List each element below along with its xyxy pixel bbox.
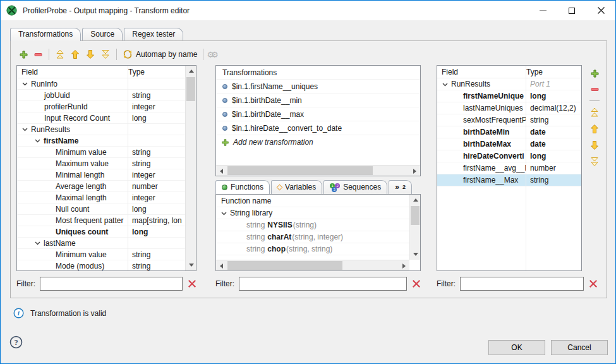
tree-row[interactable]: Average lengthnumber: [17, 181, 196, 192]
remove-field-button[interactable]: [31, 49, 45, 61]
move-down-button[interactable]: [83, 48, 98, 61]
tree-row[interactable]: Mode (modus)string: [17, 260, 196, 271]
tab-overflow-chevron[interactable]: »2: [389, 180, 412, 194]
tree-row[interactable]: lastName: [17, 238, 196, 249]
chevron-down-icon[interactable]: [21, 81, 29, 87]
tree-row[interactable]: Uniques countlong: [17, 226, 196, 238]
right-filter-input[interactable]: [460, 277, 584, 291]
chevron-down-icon[interactable]: [33, 138, 42, 143]
add-new-transformation[interactable]: Add new transformation: [216, 135, 420, 149]
tree-row[interactable]: jobUuidstring: [17, 90, 196, 101]
tree-row[interactable]: Maximal lengthinteger: [17, 192, 196, 203]
clear-filter-icon[interactable]: [412, 279, 421, 288]
move-bottom-button[interactable]: [98, 48, 113, 61]
tree-row[interactable]: RunInfo: [17, 78, 196, 90]
cancel-button[interactable]: Cancel: [551, 340, 608, 355]
function-item[interactable]: stringchop(string, string): [216, 243, 420, 255]
transformation-item[interactable]: $in.1.firstName__uniques: [216, 80, 420, 94]
add-new-transformation-label: Add new transformation: [233, 138, 313, 147]
scrollbar-thumb[interactable]: [186, 77, 195, 101]
scrollbar-thumb[interactable]: [227, 261, 342, 270]
scroll-up-button[interactable]: [186, 66, 196, 76]
tree-row[interactable]: birthDateMaxdate: [437, 138, 581, 150]
functions-panel: Function name String library stringNYSII…: [215, 194, 421, 271]
close-button[interactable]: [586, 1, 615, 20]
tab-transformations[interactable]: Transformations: [10, 28, 81, 41]
move-top-button[interactable]: [52, 48, 68, 61]
automap-by-name-button[interactable]: Automap by name: [120, 48, 200, 61]
minimize-button[interactable]: [528, 1, 557, 20]
automap-label: Automap by name: [136, 50, 197, 59]
move-up-button[interactable]: [68, 48, 83, 61]
scroll-right-button[interactable]: [409, 166, 420, 176]
move-bottom-button[interactable]: [587, 155, 602, 168]
move-top-button[interactable]: [587, 106, 602, 119]
left-triangle-icon: [220, 169, 223, 174]
tree-row[interactable]: RunResultsPort 1: [437, 78, 581, 90]
double-up-arrow-icon: [589, 107, 600, 118]
field-name: Maximum value: [17, 158, 128, 169]
tree-row[interactable]: Null countlong: [17, 203, 196, 215]
tab-functions[interactable]: Functions: [215, 180, 270, 194]
tree-row[interactable]: profilerRunIdinteger: [17, 101, 196, 112]
add-output-field-button[interactable]: [588, 68, 602, 80]
tree-row[interactable]: hireDateConvertilong: [437, 150, 581, 162]
chevron-down-icon[interactable]: [21, 126, 29, 132]
tree-row[interactable]: firstNameUniquelong: [437, 90, 581, 102]
function-item[interactable]: stringNYSIIS(string): [216, 219, 420, 231]
function-group-row[interactable]: String library: [216, 207, 420, 219]
scroll-down-button[interactable]: [410, 249, 421, 260]
scroll-up-button[interactable]: [410, 195, 421, 205]
clear-filter-icon[interactable]: [589, 279, 598, 288]
move-down-button[interactable]: [587, 139, 602, 152]
tab-source[interactable]: Source: [82, 28, 123, 40]
tree-row[interactable]: Minimum valuestring: [17, 249, 196, 260]
chevron-down-icon[interactable]: [220, 210, 228, 216]
scroll-right-button[interactable]: [399, 260, 409, 271]
close-icon: [598, 7, 605, 14]
tab-sequences[interactable]: 123 Sequences: [323, 180, 387, 194]
tree-row[interactable]: Maximum valuestring: [17, 158, 196, 169]
scroll-left-button[interactable]: [216, 166, 227, 176]
mapping-toolbar: Automap by name ⚙⚙: [16, 47, 220, 62]
tree-row[interactable]: firstName__avg__lenumber: [437, 162, 581, 174]
transformation-item[interactable]: $in.1.birthDate__min: [216, 94, 420, 107]
functions-filter-row: Filter:: [215, 277, 421, 291]
help-button[interactable]: ?: [9, 336, 23, 349]
functions-filter-input[interactable]: [239, 277, 407, 291]
tree-row[interactable]: firstName__Maxstring: [437, 174, 581, 186]
down-triangle-icon: [413, 253, 418, 256]
tree-row[interactable]: RunResults: [17, 124, 196, 135]
field-type: string: [526, 174, 581, 186]
clear-filter-icon[interactable]: [188, 279, 196, 288]
remove-output-field-button[interactable]: [588, 83, 602, 95]
tree-row[interactable]: Minimum valuestring: [17, 147, 196, 158]
chevron-down-icon[interactable]: [33, 240, 42, 246]
scroll-left-button[interactable]: [216, 260, 227, 271]
ok-button[interactable]: OK: [488, 340, 545, 355]
maximize-button[interactable]: [557, 1, 586, 20]
output-toolbar: [588, 68, 601, 168]
tree-row[interactable]: firstName: [17, 135, 196, 147]
tree-row[interactable]: sexMostFrequentPstring: [437, 114, 581, 126]
tree-row[interactable]: Input Record Countlong: [17, 112, 196, 124]
move-up-button[interactable]: [587, 123, 602, 135]
transformation-item[interactable]: $in.1.birthDate__max: [216, 107, 420, 121]
tree-row[interactable]: Most frequent pattermap[string, lon: [17, 215, 196, 226]
function-tabs: Functions Variables 123 Sequences »2: [215, 180, 413, 194]
tree-row[interactable]: Minimal lengthinteger: [17, 169, 196, 181]
transformation-item[interactable]: $in.1.hireDate__convert_to_date: [216, 121, 420, 135]
scrollbar-thumb[interactable]: [411, 206, 420, 225]
scrollbar-thumb[interactable]: [227, 166, 373, 175]
tree-row[interactable]: lastNameUniquesdecimal(12,2): [437, 102, 581, 114]
column-header-field: Field: [437, 68, 522, 76]
chevron-down-icon[interactable]: [441, 82, 449, 87]
tree-row[interactable]: birthDateMindate: [437, 126, 581, 138]
left-filter-input[interactable]: [40, 277, 183, 291]
tab-variables[interactable]: Variables: [271, 180, 322, 194]
tab-regex-tester[interactable]: Regex tester: [124, 28, 183, 40]
scroll-down-button[interactable]: [186, 260, 196, 270]
maximize-icon: [569, 8, 575, 14]
function-item[interactable]: stringcharAt(string, integer): [216, 231, 420, 243]
add-field-button[interactable]: [16, 49, 31, 61]
